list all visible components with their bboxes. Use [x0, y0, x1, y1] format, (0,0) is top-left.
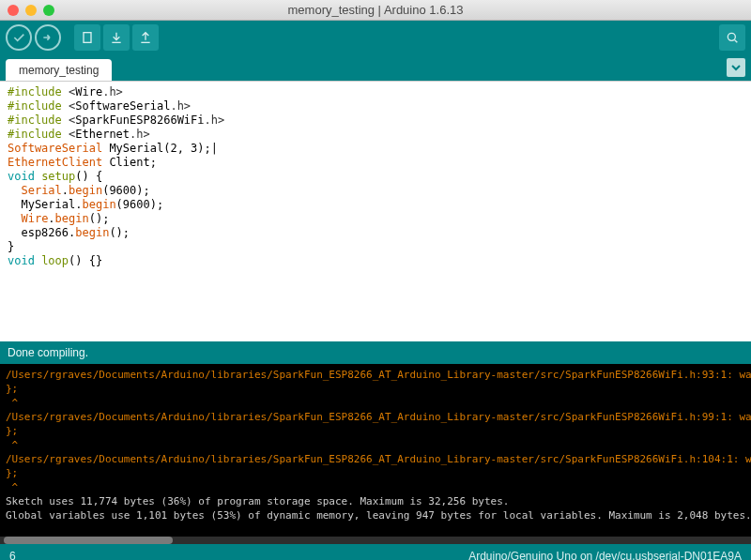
- svg-point-1: [728, 33, 735, 40]
- compile-status-bar: Done compiling.: [0, 341, 751, 364]
- line-number: 6: [9, 550, 16, 561]
- minimize-button[interactable]: [25, 5, 37, 16]
- open-button[interactable]: [103, 24, 130, 51]
- output-console[interactable]: /Users/rgraves/Documents/Arduino/librari…: [0, 364, 751, 537]
- scrollbar-thumb[interactable]: [4, 537, 173, 544]
- zoom-button[interactable]: [43, 5, 54, 16]
- verify-button[interactable]: [6, 24, 32, 51]
- tab-bar: memory_testing: [0, 54, 751, 81]
- traffic-lights: [8, 5, 54, 16]
- board-port-label: Arduino/Genuino Uno on /dev/cu.usbserial…: [468, 550, 742, 561]
- window-titlebar: memory_testing | Arduino 1.6.13: [0, 0, 751, 21]
- console-h-scrollbar[interactable]: [0, 537, 751, 544]
- close-button[interactable]: [8, 5, 19, 16]
- tab-sketch[interactable]: memory_testing: [6, 59, 112, 81]
- window-title: memory_testing | Arduino 1.6.13: [54, 3, 697, 17]
- tab-menu-button[interactable]: [727, 58, 745, 77]
- compile-status-text: Done compiling.: [8, 346, 88, 359]
- save-button[interactable]: [132, 24, 159, 51]
- bottom-status-bar: 6 Arduino/Genuino Uno on /dev/cu.usbseri…: [0, 544, 751, 560]
- serial-monitor-button[interactable]: [719, 24, 745, 51]
- new-button[interactable]: [74, 24, 100, 51]
- toolbar: [0, 21, 751, 54]
- upload-button[interactable]: [35, 24, 61, 51]
- code-editor[interactable]: #include <Wire.h>#include <SoftwareSeria…: [0, 81, 751, 341]
- svg-rect-0: [84, 33, 91, 43]
